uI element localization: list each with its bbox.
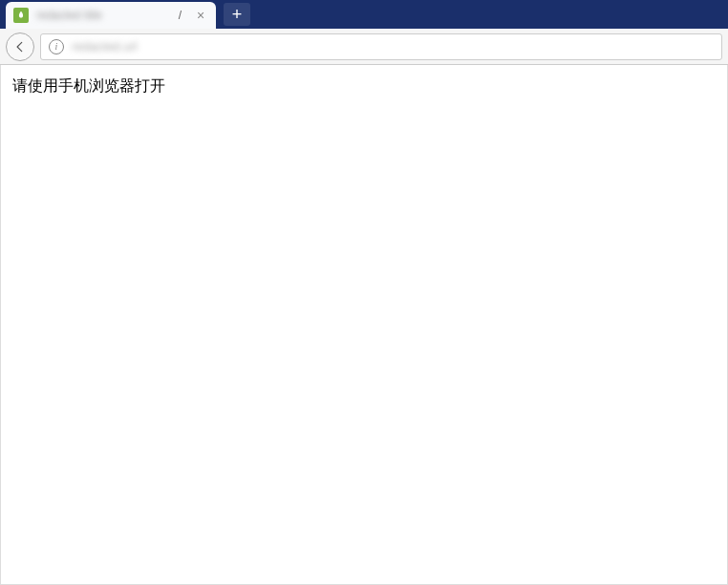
page-message: 请使用手机浏览器打开 [12,76,716,97]
browser-tab[interactable]: redacted title / × [6,2,216,29]
page-content: 请使用手机浏览器打开 [0,65,728,585]
back-arrow-icon [13,40,27,54]
tab-path-separator: / [179,9,182,22]
url-text: redacted.url [72,39,138,54]
browser-toolbar: i redacted.url [0,29,728,65]
favicon-icon [13,8,29,23]
address-bar[interactable]: i redacted.url [40,33,722,60]
close-tab-icon[interactable]: × [193,8,208,23]
back-button[interactable] [6,32,34,61]
tab-title: redacted title [36,9,175,22]
new-tab-button[interactable]: + [224,3,250,26]
info-icon[interactable]: i [49,39,64,54]
tab-bar: redacted title / × + [0,0,728,29]
